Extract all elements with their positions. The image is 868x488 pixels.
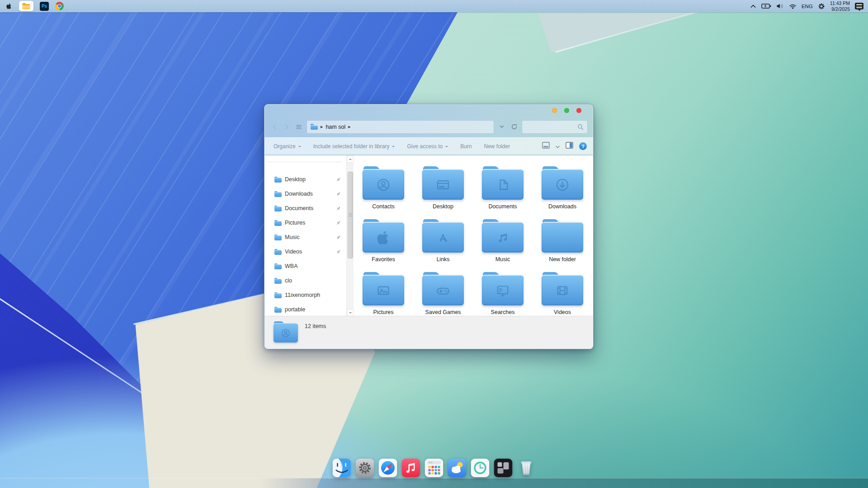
music-glyph-icon [494, 229, 511, 246]
system-settings-icon[interactable] [356, 459, 374, 477]
preview-pane-icon[interactable] [566, 142, 573, 150]
folder-icon [274, 307, 282, 313]
dropdown-caret-icon [298, 146, 301, 147]
give-access-button[interactable]: Give access to [407, 143, 448, 150]
title-bar[interactable] [264, 104, 593, 116]
launchpad-icon[interactable] [425, 459, 443, 477]
folder-item-new-folder[interactable]: New folder [535, 219, 590, 272]
folder-item-favorites[interactable]: Favorites [356, 219, 410, 272]
time-machine-icon[interactable] [471, 459, 490, 477]
burn-button[interactable]: Burn [460, 143, 472, 150]
change-view-icon[interactable] [542, 142, 550, 150]
refresh-button[interactable] [509, 122, 519, 132]
language-indicator[interactable]: ENG [802, 4, 813, 9]
pin-icon[interactable] [336, 235, 341, 240]
tray-chevron-up-icon[interactable] [750, 4, 756, 9]
folder-item-documents[interactable]: Documents [476, 166, 530, 219]
organize-button[interactable]: Organize [274, 143, 301, 150]
folder-icon [363, 272, 404, 305]
pin-icon[interactable] [336, 221, 341, 225]
folder-item-downloads[interactable]: Downloads [535, 166, 590, 219]
sidebar-item-music[interactable]: Music [274, 233, 344, 242]
explorer-folder-icon [22, 2, 31, 10]
folder-icon [363, 219, 404, 253]
folder-icon [274, 292, 282, 298]
sidebar-item-downloads[interactable]: Downloads [274, 189, 344, 198]
documents-glyph-icon [494, 176, 511, 193]
folder-label: Videos [554, 309, 571, 315]
sidebar-scrollbar[interactable] [346, 155, 354, 316]
taskbar-chrome[interactable] [55, 1, 64, 11]
favorites-glyph-icon [375, 229, 392, 246]
minimize-button[interactable] [552, 108, 557, 113]
sidebar-divider [266, 162, 342, 162]
sidebar-item-wba[interactable]: WBA [274, 262, 344, 271]
pin-icon[interactable] [336, 206, 341, 211]
sidebar-item-documents[interactable]: Documents [274, 204, 344, 213]
breadcrumb-arrow-icon[interactable]: ▶ [348, 125, 350, 129]
back-button[interactable] [270, 122, 279, 132]
taskbar-file-explorer[interactable] [19, 1, 33, 11]
search-input[interactable] [522, 120, 588, 134]
battery-charging-icon[interactable] [761, 3, 771, 9]
folder-icon [274, 235, 282, 240]
wifi-icon[interactable] [789, 3, 797, 9]
taskbar-photoshop[interactable]: Ps [40, 1, 49, 11]
scrollbar-thumb[interactable] [348, 172, 353, 258]
sidebar-item-videos[interactable]: Videos [274, 247, 344, 256]
recent-locations-menu-icon[interactable] [294, 122, 303, 132]
videos-glyph-icon [554, 282, 571, 299]
sidebar-item-portable[interactable]: portable [274, 305, 344, 314]
sidebar-item-pictures[interactable]: Pictures [274, 218, 344, 227]
breadcrumb-arrow-icon[interactable]: ▶ [321, 125, 323, 129]
window-manager-icon[interactable] [494, 459, 513, 477]
zoom-button[interactable] [564, 108, 569, 113]
details-pane: 12 items [264, 316, 593, 349]
sidebar-item-11ixenomorph[interactable]: 11ixenomorph [274, 291, 344, 300]
pin-icon[interactable] [336, 192, 341, 197]
forward-button[interactable] [282, 122, 291, 132]
notifications-icon[interactable] [855, 3, 863, 9]
apple-music-icon[interactable] [402, 459, 420, 477]
saved-games-glyph-icon [434, 282, 452, 299]
tray-time: 11:43 PM [830, 0, 850, 6]
folder-icon [422, 272, 464, 305]
weather-icon[interactable] [448, 459, 467, 477]
tray-clock[interactable]: 11:43 PM 9/2/2025 [830, 0, 850, 12]
chrome-icon [55, 2, 64, 10]
sidebar-item-desktop[interactable]: Desktop [274, 175, 344, 184]
folder-label: Music [495, 256, 510, 263]
folder-label: Documents [488, 203, 517, 210]
settings-gear-icon[interactable] [818, 3, 825, 10]
view-dropdown-icon[interactable] [556, 142, 560, 150]
volume-icon[interactable] [776, 3, 784, 9]
folder-label: Saved Games [425, 309, 461, 315]
folder-icon [274, 263, 282, 269]
folder-item-links[interactable]: Links [416, 219, 470, 272]
close-button[interactable] [576, 108, 581, 113]
apple-menu[interactable] [5, 1, 13, 11]
trash-icon[interactable] [517, 459, 536, 477]
pin-icon[interactable] [336, 177, 341, 182]
address-bar[interactable]: ▶ ham sol ▶ [307, 120, 494, 134]
dropdown-caret-icon [445, 146, 448, 147]
sidebar-item-clo[interactable]: clo [274, 276, 344, 285]
address-folder-icon [311, 124, 318, 130]
breadcrumb-path[interactable]: ham sol [326, 124, 345, 130]
pin-icon[interactable] [336, 249, 341, 254]
photoshop-icon: Ps [40, 2, 49, 11]
new-folder-button[interactable]: New folder [484, 143, 510, 150]
safari-icon[interactable] [379, 459, 397, 477]
scroll-up-button[interactable] [347, 155, 354, 163]
dock [333, 459, 536, 477]
address-dropdown-icon[interactable] [497, 125, 506, 128]
folder-item-music[interactable]: Music [476, 219, 530, 272]
help-button[interactable]: ? [579, 142, 587, 150]
scroll-down-button[interactable] [347, 309, 354, 316]
plain-folder-icon [554, 229, 571, 246]
include-in-library-button[interactable]: Include selected folder in library [313, 143, 395, 150]
folder-item-contacts[interactable]: Contacts [356, 166, 410, 219]
finder-icon[interactable] [333, 459, 351, 477]
folder-item-desktop[interactable]: Desktop [416, 166, 470, 219]
apple-icon [5, 2, 13, 10]
